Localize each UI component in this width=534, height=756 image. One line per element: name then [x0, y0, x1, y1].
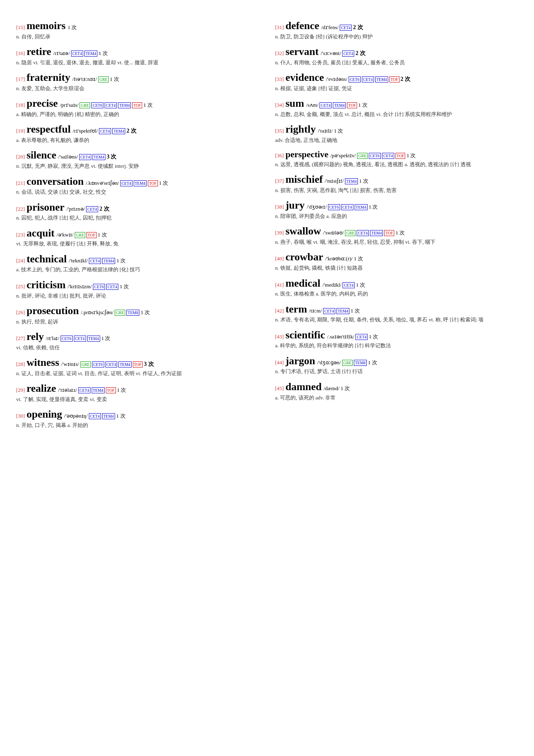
tag-tof: TOF: [133, 361, 143, 367]
tag-tof: TOF: [148, 180, 158, 186]
entry-word: prosecution: [27, 305, 79, 317]
phonetic: /rɪ'spektfʊl/: [73, 127, 98, 135]
entry-definition: n. 开始, 口子, 穴, 揭幕 a. 开始的: [16, 421, 259, 429]
entry-number: [29]: [16, 386, 25, 394]
entry-28: [28]witness/'wɪtnɪs/GRECET6CET4TEM4TOF3 …: [16, 357, 259, 377]
entry-22: [22]prisoner/'prɪznə/CET42 次n. 囚犯, 犯人, 战…: [16, 202, 259, 222]
entry-word: prisoner: [27, 202, 65, 213]
entry-number: [15]: [16, 24, 25, 31]
tag-cet6: CET6: [61, 336, 73, 342]
entry-word: damned: [286, 381, 322, 393]
entry-count: 1 次: [141, 309, 150, 316]
entry-count: 1 次: [117, 386, 126, 394]
tag-tof: TOF: [106, 387, 116, 393]
entry-definition: n. 囚犯, 犯人, 战俘 [法] 犯人, 囚犯, 扣押犯: [16, 214, 259, 222]
entry-definition: a. 表示尊敬的, 有礼貌的, 谦恭的: [16, 136, 259, 144]
entry-header: [26]prosecution/.prɒsɪ'kjuːʃən/GRETEM81 …: [16, 305, 259, 317]
phonetic: /rɪ'taɪə/: [53, 50, 70, 57]
tag-cet4: CET4: [105, 361, 118, 367]
entry-definition: n. 远景, 透视感, (观察问题的) 视角, 透视法, 看法, 透视图 a. …: [275, 160, 518, 169]
entry-16: [16]retire/rɪ'taɪə/CET4TEM41 次n. 隐居 vi. …: [16, 46, 259, 66]
tag-cet4: CET4: [106, 284, 118, 290]
tag-cet4: CET4: [320, 102, 332, 108]
tag-tem4: TEM4: [102, 258, 115, 264]
entry-definition: n. 燕子, 吞咽, 喉 vt. 咽, 淹没, 吞没, 耗尽, 轻信, 忍受, …: [275, 238, 518, 246]
entry-word: jury: [286, 200, 305, 211]
entry-header: [20]silence/'saɪləns/CET4TEM43 次: [16, 150, 259, 161]
entry-count: 2 次: [355, 49, 366, 57]
entry-definition: n. 证人, 目击者, 证据, 证词 vt. 目击, 作证, 证明, 表明 vi…: [16, 370, 259, 378]
phonetic: /'krəʊbɑː(r)/: [325, 255, 353, 262]
entry-25: [25]criticism/'krɪtɪsɪzm/CET6CET41 次n. 批…: [16, 279, 259, 300]
entry-count: 1 次: [116, 257, 126, 264]
tag-gre: GRE: [80, 102, 90, 108]
entry-word: term: [286, 304, 307, 315]
entry-20: [20]silence/'saɪləns/CET4TEM43 次n. 沉默, 无…: [16, 150, 259, 170]
entry-count: 1 次: [159, 179, 168, 187]
entry-number: [38]: [275, 203, 284, 211]
entry-32: [32]servant/'sɜːvənt/CET42 次n. 仆人, 有用物, …: [275, 46, 518, 66]
entry-header: [18]precise/prɪ'saɪs/GRECET6CET4TEM4TOF1…: [16, 98, 259, 110]
phonetic: /frə'tɜːnɪtɪ/: [72, 76, 97, 83]
tag-tof: TOF: [384, 230, 394, 236]
tag-gre: GRE: [342, 360, 353, 366]
tag-tof: TOF: [389, 76, 399, 82]
entry-44: [44]jargon/'dʒɑːɡən/GRETEM81 次n. 专门术语, 行…: [275, 355, 518, 376]
entry-definition: n. 仆人, 有用物, 公务员, 雇员 [法] 受雇人, 服务者, 公务员: [275, 59, 518, 67]
entry-definition: a. 可恶的, 该死的 adv. 非常: [275, 394, 518, 402]
entry-definition: n. 根据, 证据, 迹象 [经] 证据, 凭证: [275, 84, 518, 93]
entry-number: [24]: [16, 257, 25, 264]
entry-word: witness: [27, 357, 59, 369]
entry-count: 1 次: [101, 335, 111, 342]
tag-tem4: TEM4: [355, 204, 368, 210]
tag-tem4: TEM4: [112, 128, 125, 134]
entry-count: 2 次: [99, 205, 109, 213]
entry-18: [18]precise/prɪ'saɪs/GRECET6CET4TEM4TOF1…: [16, 98, 259, 118]
entry-definition: n. 损害, 伤害, 灾祸, 恶作剧, 淘气 [法] 损害, 伤害, 危害: [275, 186, 518, 194]
tag-tem4: TEM4: [333, 102, 346, 108]
entry-count: 1 次: [98, 231, 107, 239]
tag-cet4: CET4: [89, 413, 101, 419]
tag-cet4: CET4: [99, 128, 111, 134]
entry-header: [42]term/tɜːm/CET4TEM41 次: [275, 304, 518, 315]
entry-word: defence: [286, 20, 320, 32]
tag-cet4: CET4: [79, 154, 91, 160]
entry-word: acquit: [27, 228, 55, 239]
entry-definition: n. 自传, 回忆录: [16, 33, 259, 41]
entry-number: [32]: [275, 50, 284, 57]
phonetic: /.kɒnvə'seɪʃən/: [86, 179, 119, 187]
entry-word: retire: [27, 46, 51, 58]
entry-header: [29]realize/'rɪəlaɪz/CET4TEM4TOF1 次: [16, 383, 259, 395]
tag-cet4: CET4: [120, 180, 132, 186]
entry-count: 1 次: [395, 229, 405, 237]
entry-30: [30]opening/'əʊpənɪŋ/CET4TEM41 次n. 开始, 口…: [16, 409, 259, 429]
entry-number: [26]: [16, 309, 25, 316]
entry-38: [38]jury/'dʒʊərɪ/CET6CET4TEM41 次n. 陪审团, …: [275, 200, 518, 220]
phonetic: /dæmd/: [324, 385, 339, 392]
entry-definition: a. 精确的, 严谨的, 明确的 [机] 精密的, 正确的: [16, 110, 259, 118]
entry-number: [25]: [16, 283, 25, 290]
phonetic: /'rɪəlaɪz/: [58, 386, 77, 394]
entry-header: [36]perspective/pə'spektɪv/GRECET6CET4TO…: [275, 150, 518, 159]
entry-count: 1 次: [406, 152, 416, 159]
entry-number: [41]: [275, 281, 284, 289]
entry-definition: n. 铁挺, 起货钩, 撬棍, 铁撬 [计] 短路器: [275, 264, 518, 272]
tag-tof: TOF: [132, 102, 142, 108]
tag-cet4: CET4: [323, 308, 335, 314]
entry-number: [42]: [275, 307, 284, 315]
entry-word: crowbar: [286, 251, 323, 263]
entry-definition: n. 陪审团, 评判委员会 a. 应急的: [275, 212, 518, 220]
tag-tem4: TEM4: [102, 413, 115, 419]
entry-header: [30]opening/'əʊpənɪŋ/CET4TEM41 次: [16, 409, 259, 420]
phonetic: /dɪ'fens/: [321, 24, 338, 31]
phonetic: /'swɒləʊ/: [323, 229, 344, 237]
entry-count: 1 次: [120, 283, 129, 290]
entry-definition: n. 会话, 说话, 交谈 [法] 交谈, 社交, 性交: [16, 188, 259, 196]
entry-header: [33]evidence/'evɪdəns/CET6CET4TEM4TOF2 次: [275, 72, 518, 84]
tag-cet4: CET4: [382, 153, 394, 159]
entry-count: 1 次: [358, 101, 368, 109]
tag-cet4: CET4: [343, 282, 355, 288]
entry-header: [38]jury/'dʒʊərɪ/CET6CET4TEM41 次: [275, 200, 518, 211]
tag-tof: TOF: [347, 102, 357, 108]
entry-definition: a. 技术上的, 专门的, 工业的, 严格根据法律的 [化] 技巧: [16, 266, 259, 274]
